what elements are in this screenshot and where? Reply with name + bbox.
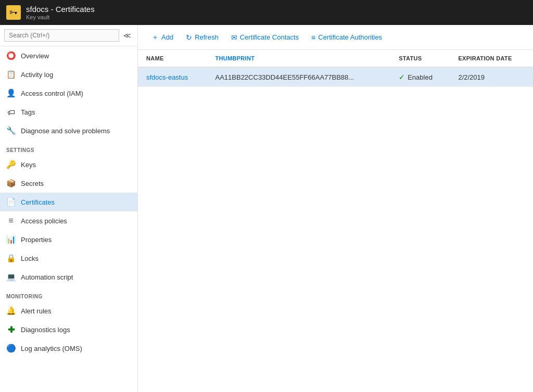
properties-icon: 📊 (6, 235, 16, 244)
sidebar-item-label: Alert rules (21, 307, 52, 315)
table-header: NAME THUMBPRINT STATUS EXPIRATION DATE (138, 50, 533, 67)
sidebar-item-locks[interactable]: 🔒 Locks (0, 249, 137, 268)
settings-section-label: SETTINGS (0, 140, 137, 155)
sidebar-item-label: Log analytics (OMS) (21, 345, 82, 352)
secrets-icon: 📦 (6, 179, 16, 188)
sidebar-item-label: Activity log (21, 71, 53, 79)
content-area: ＋ Add ↻ Refresh ✉ Certificate Contacts ≡… (138, 25, 533, 392)
add-icon: ＋ (151, 33, 159, 42)
sidebar-item-secrets[interactable]: 📦 Secrets (0, 174, 137, 193)
col-header-expiration: EXPIRATION DATE (450, 50, 533, 67)
sidebar-item-label: Locks (21, 255, 39, 262)
status-enabled: ✓ Enabled (399, 73, 441, 81)
locks-icon: 🔒 (6, 254, 16, 263)
table-area: NAME THUMBPRINT STATUS EXPIRATION DATE (138, 50, 533, 392)
sidebar-item-diagnostics-logs[interactable]: ✚ Diagnostics logs (0, 320, 137, 339)
cert-expiration-cell: 2/2/2019 (450, 67, 533, 87)
diagnose-icon: 🔧 (6, 126, 16, 135)
access-control-icon: 👤 (6, 88, 16, 98)
sidebar-nav: ⭕ Overview 📋 Activity log 👤 Access contr… (0, 46, 137, 392)
key-vault-icon: 🗝 (9, 8, 18, 17)
sidebar-item-automation[interactable]: 💻 Automation script (0, 268, 137, 286)
sidebar-item-label: Access policies (21, 217, 67, 225)
alert-rules-icon: 🔔 (6, 306, 16, 315)
refresh-label: Refresh (195, 33, 219, 41)
refresh-button[interactable]: ↻ Refresh (181, 30, 224, 45)
col-header-status: STATUS (390, 50, 450, 67)
add-button[interactable]: ＋ Add (146, 30, 179, 45)
sidebar-item-tags[interactable]: 🏷 Tags (0, 103, 137, 121)
app-icon: 🗝 (6, 5, 21, 20)
sidebar-item-label: Keys (21, 161, 36, 169)
sidebar-item-label: Secrets (21, 180, 44, 187)
sidebar-item-activity-log[interactable]: 📋 Activity log (0, 65, 137, 84)
sidebar-item-label: Certificates (21, 198, 55, 206)
certificates-table: NAME THUMBPRINT STATUS EXPIRATION DATE (138, 50, 533, 87)
toolbar: ＋ Add ↻ Refresh ✉ Certificate Contacts ≡… (138, 25, 533, 50)
sidebar-item-access-control[interactable]: 👤 Access control (IAM) (0, 84, 137, 103)
checkmark-icon: ✓ (399, 73, 405, 81)
top-bar: 🗝 sfdocs - Certificates Key vault (0, 0, 533, 25)
sidebar-item-access-policies[interactable]: ≡ Access policies (0, 211, 137, 230)
tags-icon: 🏷 (6, 107, 16, 117)
cert-name-cell: sfdocs-eastus (138, 67, 207, 87)
authorities-label: Certificate Authorities (318, 33, 382, 41)
refresh-icon: ↻ (186, 33, 192, 42)
add-label: Add (161, 33, 173, 41)
certificate-authorities-button[interactable]: ≡ Certificate Authorities (306, 30, 387, 45)
sidebar-item-properties[interactable]: 📊 Properties (0, 230, 137, 249)
diagnostics-logs-icon: ✚ (6, 325, 16, 334)
contacts-icon: ✉ (231, 33, 237, 42)
table-row[interactable]: sfdocs-eastus AA11BB22CC33DD44EE55FF66AA… (138, 67, 533, 87)
access-policies-icon: ≡ (6, 216, 16, 225)
col-header-name: NAME (138, 50, 207, 67)
sidebar-item-label: Diagnostics logs (21, 326, 70, 334)
log-analytics-icon: 🔵 (6, 344, 16, 353)
status-text: Enabled (408, 73, 433, 81)
cert-status-cell: ✓ Enabled (390, 67, 450, 87)
authorities-icon: ≡ (311, 33, 315, 42)
sidebar-item-overview[interactable]: ⭕ Overview (0, 46, 137, 65)
certificate-contacts-button[interactable]: ✉ Certificate Contacts (226, 30, 304, 45)
sidebar-item-label: Tags (21, 108, 35, 116)
app-title-block: sfdocs - Certificates Key vault (26, 5, 95, 20)
sidebar-search-row: ≪ (0, 25, 137, 46)
certificates-icon: 📄 (6, 197, 16, 207)
table-body: sfdocs-eastus AA11BB22CC33DD44EE55FF66AA… (138, 67, 533, 87)
sidebar-item-label: Automation script (21, 273, 73, 281)
sidebar-item-keys[interactable]: 🔑 Keys (0, 155, 137, 174)
cert-thumbprint-cell: AA11BB22CC33DD44EE55FF66AA77BB88... (207, 67, 391, 87)
sidebar-item-label: Overview (21, 52, 49, 60)
sidebar-item-label: Access control (IAM) (21, 90, 83, 97)
automation-icon: 💻 (6, 272, 16, 282)
search-input[interactable] (4, 29, 119, 42)
monitoring-section-label: MONITORING (0, 286, 137, 301)
sidebar-item-log-analytics[interactable]: 🔵 Log analytics (OMS) (0, 339, 137, 358)
sidebar-item-diagnose[interactable]: 🔧 Diagnose and solve problems (0, 121, 137, 140)
main-layout: ≪ ⭕ Overview 📋 Activity log 👤 Access con… (0, 25, 533, 392)
keys-icon: 🔑 (6, 160, 16, 169)
sidebar-item-label: Diagnose and solve problems (21, 127, 110, 135)
contacts-label: Certificate Contacts (240, 33, 299, 41)
activity-log-icon: 📋 (6, 70, 16, 79)
app-title: sfdocs - Certificates (26, 5, 95, 14)
sidebar-item-certificates[interactable]: 📄 Certificates (0, 193, 137, 211)
app-subtitle: Key vault (26, 14, 95, 20)
overview-icon: ⭕ (6, 51, 16, 60)
sidebar: ≪ ⭕ Overview 📋 Activity log 👤 Access con… (0, 25, 138, 392)
collapse-button[interactable]: ≪ (121, 30, 133, 41)
sidebar-item-alert-rules[interactable]: 🔔 Alert rules (0, 301, 137, 320)
sidebar-item-label: Properties (21, 236, 52, 244)
cert-name-link[interactable]: sfdocs-eastus (146, 73, 188, 81)
col-header-thumbprint: THUMBPRINT (207, 50, 391, 67)
